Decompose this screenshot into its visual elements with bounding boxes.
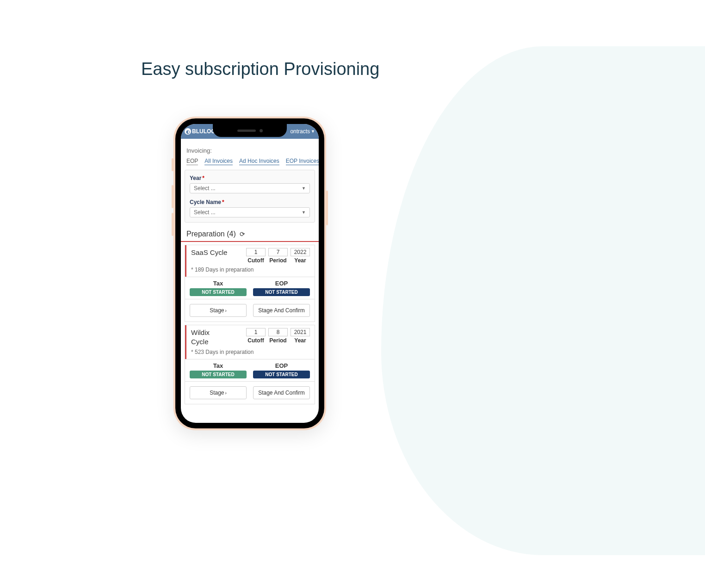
chevron-down-icon: ▼ [302, 210, 306, 215]
tax-label: Tax [190, 362, 247, 369]
tab-all-invoices[interactable]: All Invoices [204, 158, 233, 165]
cycle-card: Wildix Cycle 1 Cutoff 8 Period [185, 325, 315, 404]
tax-status-badge: NOT STARTED [190, 288, 247, 296]
cutoff-value: 1 [246, 328, 266, 336]
period-label: Period [268, 337, 288, 344]
preparation-title: Preparation (4) [186, 230, 236, 238]
cycle-status-row: Tax NOT STARTED EOP NOT STARTED [185, 359, 315, 381]
cutoff-label: Cutoff [246, 337, 266, 344]
cycle-name-select[interactable]: Select ... ▼ [190, 207, 310, 217]
year-label: Year [291, 257, 310, 264]
phone-power-button [326, 191, 328, 225]
cycle-card-top: Wildix Cycle 1 Cutoff 8 Period [185, 325, 315, 359]
stage-and-confirm-button[interactable]: Stage And Confirm [253, 386, 310, 399]
year-stat: 2022 Year [291, 248, 310, 264]
stage-button[interactable]: Stage› [190, 386, 247, 399]
header-contracts-menu[interactable]: ontracts ▼ [290, 128, 315, 135]
year-select-value: Select ... [194, 185, 216, 192]
cutoff-stat: 1 Cutoff [246, 328, 266, 344]
cycle-actions-row: Stage› Stage And Confirm [185, 381, 315, 404]
phone-screen: ◐ BLULOGI ontracts ▼ Invoicing: EOP All … [181, 124, 319, 423]
cycle-name: Wildix Cycle [191, 328, 228, 346]
cycle-stats: 1 Cutoff 7 Period 2022 Year [246, 248, 310, 264]
cycle-card-top: SaaS Cycle 1 Cutoff 7 Period [185, 245, 315, 277]
speaker-icon [237, 130, 256, 132]
year-value: 2021 [291, 328, 310, 336]
cutoff-value: 1 [246, 248, 266, 256]
cutoff-stat: 1 Cutoff [246, 248, 266, 264]
year-value: 2022 [291, 248, 310, 256]
app-logo[interactable]: ◐ BLULOGI [185, 128, 217, 135]
phone-volume-down [172, 213, 173, 236]
cycle-stats: 1 Cutoff 8 Period 2021 Year [246, 328, 310, 344]
chevron-right-icon: › [225, 390, 227, 396]
cycle-actions-row: Stage› Stage And Confirm [185, 299, 315, 322]
chevron-right-icon: › [225, 308, 227, 313]
eop-status-col: EOP NOT STARTED [253, 362, 310, 378]
phone-mute-switch [172, 158, 173, 171]
tab-ad-hoc-invoices[interactable]: Ad Hoc Invoices [239, 158, 279, 165]
period-stat: 7 Period [268, 248, 288, 264]
phone-frame: ◐ BLULOGI ontracts ▼ Invoicing: EOP All … [173, 117, 326, 430]
stage-button-label: Stage [210, 390, 224, 396]
year-stat: 2021 Year [291, 328, 310, 344]
period-value: 8 [268, 328, 288, 336]
year-select[interactable]: Select ... ▼ [190, 183, 310, 193]
filter-form: Year* Select ... ▼ Cycle Name* Select ..… [185, 170, 315, 223]
camera-icon [260, 129, 263, 132]
period-value: 7 [268, 248, 288, 256]
chevron-down-icon: ▼ [311, 129, 315, 134]
year-label: Year [291, 337, 310, 344]
tax-status-col: Tax NOT STARTED [190, 280, 247, 296]
stage-button[interactable]: Stage› [190, 304, 247, 317]
tabs-row: EOP All Invoices Ad Hoc Invoices EOP Inv… [181, 158, 319, 168]
eop-label: EOP [253, 280, 310, 287]
refresh-icon[interactable]: ⟳ [240, 230, 245, 238]
eop-status-badge: NOT STARTED [253, 288, 310, 296]
chevron-down-icon: ▼ [302, 186, 306, 191]
required-asterisk: * [202, 175, 204, 181]
phone-volume-up [172, 185, 173, 208]
app-content: Invoicing: EOP All Invoices Ad Hoc Invoi… [181, 139, 319, 423]
cycle-card: SaaS Cycle 1 Cutoff 7 Period [185, 245, 315, 322]
tab-eop[interactable]: EOP [186, 158, 198, 165]
stage-and-confirm-button[interactable]: Stage And Confirm [253, 304, 310, 317]
year-label: Year* [190, 175, 310, 181]
tax-status-badge: NOT STARTED [190, 371, 247, 378]
cycle-days-note: * 189 Days in preparation [191, 266, 310, 273]
year-label-text: Year [190, 175, 201, 181]
required-asterisk: * [222, 199, 224, 205]
cutoff-label: Cutoff [246, 257, 266, 264]
cycle-name-label: Cycle Name* [190, 199, 310, 205]
eop-status-col: EOP NOT STARTED [253, 280, 310, 296]
invoicing-label: Invoicing: [181, 139, 319, 158]
eop-status-badge: NOT STARTED [253, 371, 310, 378]
cycle-days-note: * 523 Days in preparation [191, 349, 310, 355]
cycle-status-row: Tax NOT STARTED EOP NOT STARTED [185, 277, 315, 299]
cycle-name-label-text: Cycle Name [190, 199, 221, 205]
period-stat: 8 Period [268, 328, 288, 344]
eop-label: EOP [253, 362, 310, 369]
cycle-row: SaaS Cycle 1 Cutoff 7 Period [191, 248, 310, 264]
logo-icon: ◐ [185, 128, 191, 135]
header-menu-label: ontracts [290, 128, 310, 135]
tax-label: Tax [190, 280, 247, 287]
background-curve [381, 46, 705, 555]
cycle-name-select-value: Select ... [194, 209, 216, 216]
tax-status-col: Tax NOT STARTED [190, 362, 247, 378]
page-title: Easy subscription Provisioning [141, 59, 379, 79]
phone-bezel: ◐ BLULOGI ontracts ▼ Invoicing: EOP All … [175, 118, 324, 428]
cycle-name: SaaS Cycle [191, 248, 227, 257]
stage-button-label: Stage [210, 307, 224, 314]
cycle-row: Wildix Cycle 1 Cutoff 8 Period [191, 328, 310, 346]
preparation-header: Preparation (4) ⟳ [181, 227, 319, 242]
phone-notch [213, 124, 287, 137]
period-label: Period [268, 257, 288, 264]
tab-eop-invoices[interactable]: EOP Invoices [286, 158, 319, 165]
